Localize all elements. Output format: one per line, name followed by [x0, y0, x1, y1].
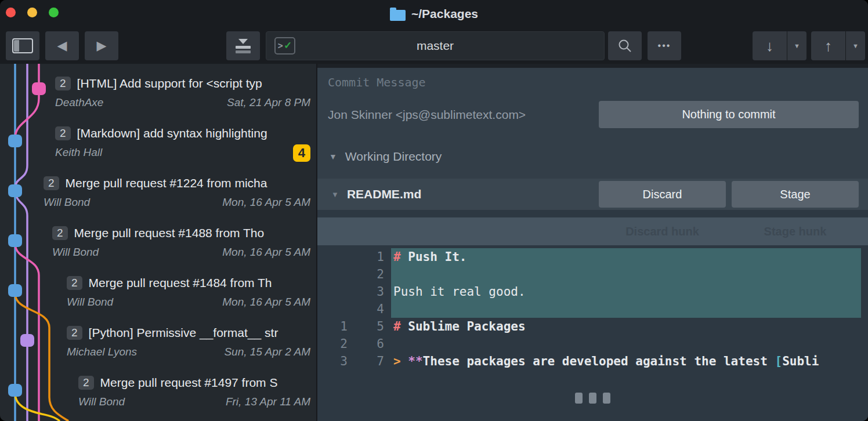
file-row[interactable]: ▼ README.md Discard Stage [317, 179, 868, 210]
collapse-arrow-icon[interactable]: ▼ [329, 152, 337, 161]
branch-field[interactable]: > ✓ master [266, 31, 605, 60]
commit-author: Will Bond [44, 196, 90, 208]
stage-file-button[interactable]: Stage [732, 181, 859, 208]
dot-icon [589, 393, 596, 404]
old-line-number [317, 283, 348, 300]
loading-dots [317, 393, 868, 404]
commit-history-panel: 2 [HTML] Add support for <script typ Dea… [0, 64, 316, 421]
push-icon: ↑ [824, 37, 832, 55]
app-window: ~/Packages ◀ ▶ > ✓ master [0, 0, 868, 421]
commit-row[interactable]: 2 Merge pull request #1224 from micha Wi… [0, 174, 316, 219]
commit-date: Mon, 16 Apr 5 AM [222, 196, 310, 209]
discard-hunk-button[interactable]: Discard hunk [599, 225, 726, 238]
folder-icon [390, 10, 406, 21]
commit-row[interactable]: 2 Merge pull request #1484 from Th Will … [0, 274, 316, 319]
commit-message-input[interactable]: Commit Message [328, 75, 426, 89]
commit-date: Sun, 15 Apr 2 AM [224, 346, 310, 358]
old-line-number: 1 [317, 318, 348, 335]
commit-author: Will Bond [67, 296, 113, 308]
pull-icon: ↓ [766, 37, 773, 55]
check-icon: ✓ [284, 39, 292, 52]
old-line-number: 2 [317, 335, 348, 353]
search-button[interactable] [608, 31, 642, 60]
pull-split-button: ↓ ▼ [753, 31, 806, 60]
commit-author: Will Bond [52, 246, 99, 258]
pull-options-button[interactable]: ▼ [787, 31, 806, 60]
commit-author: Keith Hall [55, 146, 102, 158]
commit-row[interactable]: 2 [HTML] Add support for <script typ Dea… [0, 74, 316, 119]
diff-line[interactable]: 4 [317, 300, 868, 318]
title-bar: ~/Packages [0, 0, 868, 28]
new-line-number: 5 [348, 318, 384, 335]
code-text [391, 300, 861, 318]
window-title: ~/Packages [411, 7, 478, 21]
code-text [391, 266, 861, 283]
new-line-number: 3 [348, 283, 384, 300]
panel-divider [317, 64, 868, 68]
ellipsis-icon: ••• [658, 41, 671, 51]
forward-icon: ▶ [97, 38, 107, 53]
commit-ahead-badge: 2 [55, 77, 71, 90]
code-text: # Sublime Packages [391, 318, 861, 335]
commit-row[interactable]: 2 [Markdown] add syntax highlighting Kei… [0, 124, 316, 169]
file-name: README.md [347, 187, 599, 201]
commit-row[interactable]: 2 Merge pull request #1488 from Tho Will… [0, 224, 316, 269]
push-button[interactable]: ↑ [811, 31, 845, 60]
commit-title: Merge pull request #1488 from Tho [74, 226, 265, 240]
commit-title: [Python] Permissive __format__ str [89, 326, 279, 340]
new-line-number: 6 [348, 335, 384, 353]
dot-icon [575, 393, 583, 404]
jump-to-branch-button[interactable] [226, 31, 260, 60]
commit-title: Merge pull request #1224 from micha [66, 176, 267, 190]
commit-row[interactable]: 2 Merge pull request #1497 from S Will B… [0, 373, 316, 419]
chevron-down-icon: ▼ [794, 42, 800, 49]
diff-line[interactable]: 3 7 > **These packages are developed aga… [317, 353, 868, 370]
code-text: Push it real good. [391, 283, 861, 300]
diff-line[interactable]: 3 Push it real good. [317, 283, 868, 300]
push-options-button[interactable]: ▼ [846, 31, 865, 60]
code-text [391, 335, 861, 353]
collapse-arrow-icon[interactable]: ▼ [331, 190, 339, 199]
dot-icon [603, 393, 610, 404]
working-directory-section[interactable]: ▼ Working Directory [329, 150, 442, 164]
commit-date: Sat, 21 Apr 8 PM [227, 96, 310, 109]
toggle-sidebar-button[interactable] [6, 31, 39, 60]
command-status-icon[interactable]: > ✓ [274, 37, 295, 55]
commit-author: DeathAxe [55, 96, 103, 108]
old-line-number [317, 248, 348, 266]
back-button[interactable]: ◀ [45, 31, 79, 60]
commit-title: [Markdown] add syntax highlighting [77, 126, 267, 140]
diff-line[interactable]: 2 6 [317, 335, 868, 353]
old-line-number [317, 300, 348, 318]
commit-author: Will Bond [78, 395, 125, 408]
commit-ahead-badge: 2 [78, 376, 94, 390]
jump-to-branch-icon [236, 39, 251, 53]
diff-line[interactable]: 1 # Push It. [317, 248, 868, 266]
commit-row[interactable]: 2 [Python] Permissive __format__ str Mic… [0, 324, 316, 369]
commit-title: [HTML] Add support for <script typ [77, 77, 262, 90]
new-line-number: 2 [348, 266, 384, 283]
pull-button[interactable]: ↓ [753, 31, 787, 60]
new-line-number: 1 [348, 248, 384, 266]
current-branch-label: master [266, 39, 604, 53]
commit-author-identity: Jon Skinner <jps@sublimetext.com> [328, 108, 526, 122]
commit-button[interactable]: Nothing to commit [599, 101, 859, 128]
diff-line[interactable]: 1 5 # Sublime Packages [317, 318, 868, 335]
diff-line[interactable]: 2 [317, 266, 868, 283]
commit-ahead-badge: 2 [44, 176, 59, 190]
sidebar-icon [12, 38, 33, 53]
code-text: > **These packages are developed against… [391, 353, 861, 370]
commit-title: Merge pull request #1484 from Th [89, 276, 272, 290]
new-line-number: 4 [348, 300, 384, 318]
discard-file-button[interactable]: Discard [599, 181, 726, 208]
old-line-number [317, 266, 348, 283]
forward-button[interactable]: ▶ [85, 31, 118, 60]
commit-ahead-badge: 2 [67, 326, 82, 340]
commit-author: Michael Lyons [67, 346, 137, 358]
commit-list: 2 [HTML] Add support for <script typ Dea… [0, 64, 316, 421]
chevron-down-icon: ▼ [852, 42, 859, 49]
toolbar: ◀ ▶ > ✓ master ••• ↓ [0, 28, 868, 64]
stage-hunk-button[interactable]: Stage hunk [732, 225, 859, 238]
more-options-button[interactable]: ••• [648, 31, 681, 60]
commit-title: Merge pull request #1497 from S [100, 376, 278, 390]
